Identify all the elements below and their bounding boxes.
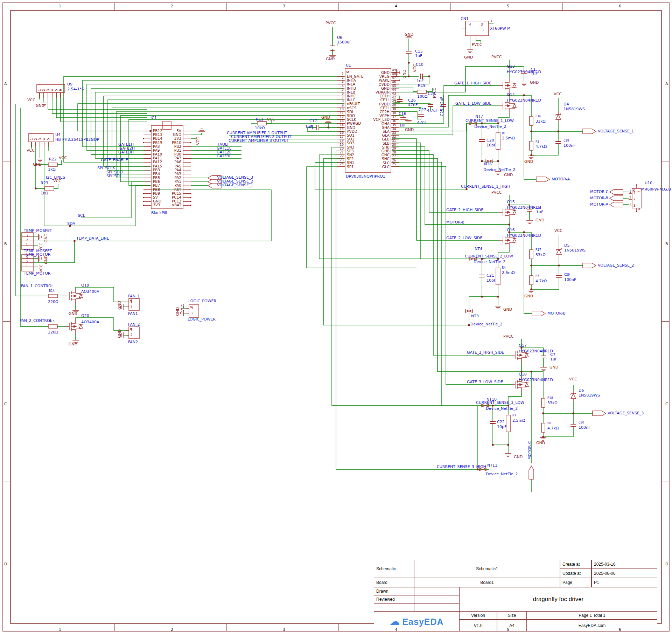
- value-label[interactable]: Q15: [507, 200, 515, 204]
- value-label[interactable]: U4: [55, 133, 61, 137]
- value-label[interactable]: 10kΩ: [255, 126, 265, 130]
- reviewed-label[interactable]: Reviewed: [374, 595, 414, 603]
- value-label[interactable]: NT4: [475, 247, 482, 251]
- update-at-value[interactable]: 2025-06-06: [592, 569, 657, 578]
- value-label[interactable]: R8: [547, 422, 551, 425]
- net-label[interactable]: SDA: [67, 222, 75, 226]
- net-label[interactable]: TEMP_MOTOR: [24, 271, 50, 275]
- power-label[interactable]: VCC: [27, 98, 35, 102]
- board-value[interactable]: Board1: [414, 578, 560, 587]
- net-label[interactable]: GATE_1_LOW_SIDE: [455, 102, 491, 105]
- title-cell[interactable]: [374, 603, 414, 611]
- value-label[interactable]: D6: [579, 388, 584, 392]
- value-label[interactable]: 4.7kΩ: [536, 145, 547, 149]
- power-label[interactable]: VCC: [181, 304, 184, 312]
- value-label[interactable]: 1N5819WS: [564, 107, 585, 111]
- value-label[interactable]: NT6: [484, 162, 492, 166]
- power-label[interactable]: GND: [36, 104, 44, 108]
- size-value[interactable]: A4: [497, 620, 527, 631]
- power-label[interactable]: GND: [536, 218, 544, 222]
- value-label[interactable]: C17: [309, 119, 317, 123]
- power-label[interactable]: VCC: [53, 179, 61, 183]
- power-label[interactable]: VCC: [554, 92, 562, 96]
- power-label[interactable]: GND: [118, 329, 121, 338]
- value-label[interactable]: 33kΩ: [547, 401, 558, 405]
- net-label[interactable]: CURRENT AMPLIFIER 3 OUTPUT: [229, 139, 289, 143]
- power-label[interactable]: GND: [44, 234, 48, 242]
- value-label[interactable]: AO3400A: [81, 320, 99, 324]
- value-label[interactable]: 2.5mΩ: [512, 419, 525, 422]
- value-label[interactable]: R5: [536, 275, 539, 278]
- net-label[interactable]: GATE3L: [217, 154, 231, 158]
- net-label[interactable]: FAN_1: [128, 294, 140, 298]
- value-label[interactable]: 100nF: [564, 278, 576, 282]
- page-total[interactable]: Page 1 Total 1: [527, 611, 657, 620]
- value-label[interactable]: D4: [564, 102, 569, 106]
- net-label[interactable]: GATE_3_LOW_SIDE: [467, 380, 503, 384]
- value-label[interactable]: Device_NetTie_2: [470, 322, 502, 326]
- value-label[interactable]: C22: [497, 420, 505, 424]
- net-label[interactable]: SCL: [78, 214, 85, 218]
- value-label[interactable]: Device_NetTie_2: [483, 168, 515, 172]
- power-label[interactable]: PVCC: [491, 191, 502, 194]
- value-label[interactable]: 1N5819WS: [564, 248, 586, 252]
- power-label[interactable]: GND: [536, 441, 545, 445]
- version-value[interactable]: V1.0: [459, 620, 497, 631]
- value-label[interactable]: 33kΩ: [536, 119, 546, 123]
- site-value[interactable]: EasyEDA.com: [527, 620, 657, 631]
- value-label[interactable]: IC1: [150, 116, 157, 120]
- net-label[interactable]: GATE3H: [118, 150, 134, 154]
- value-label[interactable]: 47nF: [408, 103, 418, 107]
- value-label[interactable]: HYG023N04NR1D: [507, 98, 541, 102]
- net-label[interactable]: CURRENT_SENSE_2_LOW: [465, 254, 513, 258]
- value-label[interactable]: R4: [502, 267, 506, 269]
- power-label[interactable]: VCC: [554, 229, 562, 233]
- value-label[interactable]: NT11: [487, 463, 497, 467]
- net-label[interactable]: CURRENT_SENSE_3_HIGH: [437, 465, 486, 469]
- value-label[interactable]: C21: [486, 274, 494, 277]
- net-label[interactable]: LOGIC_POWER: [188, 317, 216, 321]
- value-label[interactable]: Device_NetTie_2: [474, 260, 505, 264]
- value-label[interactable]: 1uF: [416, 79, 424, 83]
- logo-cell[interactable]: ☁EasyEDA: [374, 611, 459, 631]
- power-label[interactable]: GND: [504, 173, 513, 177]
- value-label[interactable]: 1uF: [536, 210, 543, 214]
- net-label[interactable]: CURRENT_SENSE_1_HIGH: [461, 185, 510, 188]
- value-label[interactable]: 4.7kΩ: [536, 279, 547, 283]
- value-label[interactable]: HYG023N04NR1D: [519, 349, 553, 353]
- value-label[interactable]: Q13: [507, 64, 515, 68]
- net-label[interactable]: VOLTAGE_SENSE_1: [598, 129, 634, 133]
- power-label[interactable]: GND: [33, 163, 42, 166]
- power-label[interactable]: PVCC: [326, 21, 336, 25]
- sheet-title[interactable]: dragonfly foc driver: [459, 587, 657, 611]
- value-label[interactable]: AO3400A: [81, 290, 99, 294]
- value-label[interactable]: 220Ω: [48, 330, 58, 334]
- net-label[interactable]: VOLTAGE_SENSE_1: [217, 183, 253, 187]
- value-label[interactable]: 100Ω: [417, 95, 427, 98]
- net-label[interactable]: FAN_2_CONTROL: [20, 319, 52, 323]
- value-label[interactable]: NT3: [471, 314, 479, 318]
- net-label[interactable]: MOTOR-C: [528, 441, 532, 460]
- value-label[interactable]: 10pF: [486, 278, 496, 282]
- schematic-value[interactable]: Schematic1: [414, 560, 560, 578]
- power-label[interactable]: VCC: [196, 137, 200, 145]
- value-label[interactable]: C26: [408, 98, 416, 102]
- value-label[interactable]: 10pF: [486, 143, 496, 147]
- value-label[interactable]: U1: [346, 63, 351, 67]
- power-label[interactable]: +: [482, 28, 485, 32]
- value-label[interactable]: R22: [49, 157, 57, 161]
- value-label[interactable]: R16: [536, 115, 541, 118]
- value-label[interactable]: R7: [512, 414, 516, 417]
- value-label[interactable]: U9: [67, 82, 72, 86]
- power-label[interactable]: GND: [524, 160, 533, 164]
- net-label[interactable]: TEMP_DATA_LINE: [76, 236, 109, 240]
- value-label[interactable]: DRV8305NQPHPRQ1: [346, 174, 385, 178]
- value-label[interactable]: 2.5mΩ: [502, 271, 515, 275]
- power-label[interactable]: GND: [503, 308, 512, 311]
- value-label[interactable]: R14: [49, 290, 55, 292]
- value-label[interactable]: C7: [550, 353, 555, 357]
- value-label[interactable]: MR60PW-M.G.B: [641, 187, 671, 191]
- power-label[interactable]: GND: [405, 33, 413, 36]
- value-label[interactable]: C16: [399, 112, 406, 116]
- value-label[interactable]: Device_NetTie_2: [474, 125, 506, 129]
